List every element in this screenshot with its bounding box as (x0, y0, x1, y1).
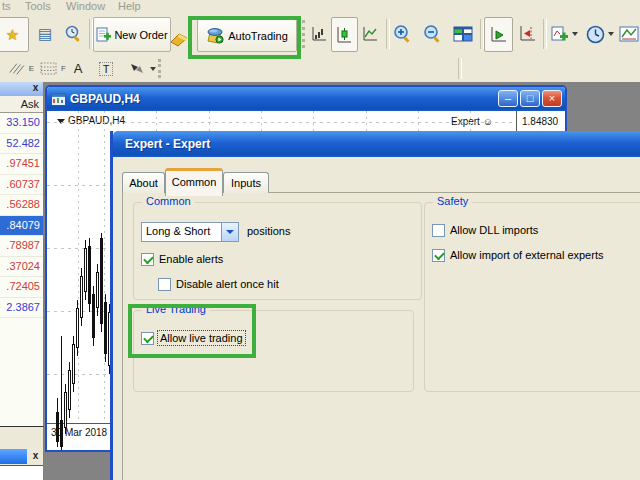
market-watch-panel: x Ask 33.15052.482.97451.60737.56288.840… (0, 82, 44, 427)
disable-alert-once-hit-label[interactable]: Disable alert once hit (176, 278, 279, 290)
market-watch-row[interactable]: .72405 (0, 277, 43, 298)
dialog-titlebar[interactable]: Expert - Expert (113, 131, 640, 157)
candle-body (56, 412, 59, 442)
enable-alerts-label[interactable]: Enable alerts (159, 253, 223, 265)
chart-maximize-button[interactable]: □ (520, 90, 540, 107)
navigator-titlebar[interactable]: x (0, 448, 43, 465)
text-label-tool-icon: T (99, 62, 114, 76)
market-watch-row[interactable]: .60737 (0, 175, 43, 196)
zoom-out-button[interactable] (421, 21, 445, 47)
chart-symbol-label: GBPAUD,H4 (57, 115, 125, 126)
menu-item-tools[interactable]: Tools (25, 0, 51, 12)
toolbar-separator (458, 58, 462, 79)
market-watch-row[interactable]: .37024 (0, 257, 43, 278)
tab-common[interactable]: Common (165, 168, 223, 196)
text-tool-icon: A (74, 61, 83, 76)
metaeditor-gold-icon (169, 30, 189, 48)
toolbar-standard: ★ ▤ New Order (0, 14, 640, 56)
tab-about[interactable]: About (122, 172, 165, 193)
line-chart-icon (362, 26, 379, 42)
positions-combobox-value: Long & Short (146, 225, 210, 237)
profiles-button[interactable]: ★ (0, 17, 29, 52)
text-tool-button[interactable]: A (68, 58, 88, 79)
indicators-dropdown-caret[interactable] (572, 32, 578, 36)
zoom-out-icon (423, 24, 443, 44)
common-group-title: Common (142, 195, 195, 207)
market-watch-rows: 33.15052.482.97451.60737.56288.84079.789… (0, 113, 43, 318)
positions-suffix-label: positions (247, 225, 290, 237)
disable-alert-once-hit-checkbox[interactable] (158, 278, 171, 291)
clock-icon (586, 25, 605, 44)
menu-item-window[interactable]: Window (66, 0, 105, 12)
market-watch-row[interactable]: 2.3867 (0, 298, 43, 319)
positions-combobox[interactable]: Long & Short (141, 222, 239, 242)
arrows-tool-button[interactable] (124, 58, 150, 79)
tab-inputs[interactable]: Inputs (223, 172, 269, 193)
combobox-dropdown-icon[interactable] (221, 223, 238, 241)
market-watch-icon: ▤ (38, 25, 52, 43)
letter-f-label: F (61, 64, 66, 73)
auto-scroll-button[interactable] (484, 17, 513, 52)
menu-item-charts-clipped[interactable]: ts (2, 0, 11, 12)
indicators-button[interactable] (547, 21, 571, 47)
menu-item-help[interactable]: Help (118, 0, 141, 12)
market-watch-titlebar[interactable]: x (0, 82, 43, 96)
chart-shift-button[interactable] (516, 21, 540, 47)
market-watch-close-icon[interactable]: x (30, 82, 41, 94)
fibo-grid-tool-button[interactable]: F (40, 58, 66, 79)
templates-button[interactable] (617, 21, 640, 47)
allow-dll-imports-label[interactable]: Allow DLL imports (450, 224, 538, 236)
allow-external-experts-checkbox[interactable] (432, 249, 445, 262)
allow-external-experts-label[interactable]: Allow import of external experts (450, 249, 603, 261)
magnifier-clock-icon (65, 25, 83, 43)
navigator-close-icon[interactable]: x (30, 450, 41, 462)
arrows-dropdown-caret[interactable] (150, 67, 156, 71)
allow-dll-imports-checkbox[interactable] (432, 224, 445, 237)
tile-windows-icon (453, 25, 473, 43)
market-watch-row[interactable]: .78987 (0, 236, 43, 257)
navigator-panel: x (0, 448, 44, 480)
toolbar-drag-handle[interactable] (158, 59, 164, 78)
horizontal-gridline (47, 122, 516, 123)
annotation-highlight-autotrading (188, 16, 301, 59)
expert-list-tool-button[interactable]: E (8, 58, 34, 79)
hatch-lines-icon (8, 61, 26, 77)
ask-column-header[interactable]: Ask (0, 96, 43, 113)
periods-dropdown-caret[interactable] (608, 32, 614, 36)
candle-body (96, 272, 99, 308)
zoom-in-button[interactable] (391, 21, 415, 47)
periods-button[interactable] (583, 21, 607, 47)
toolbar-separator (386, 19, 390, 49)
candle-body (80, 276, 83, 318)
candle-body (60, 420, 63, 447)
strategy-tester-button[interactable] (62, 22, 86, 46)
candle-body (100, 238, 103, 324)
annotation-highlight-live-trading (128, 304, 256, 358)
toolbar-line-studies: E F A T M1M5M15M30H1H4D1W1MN (0, 55, 640, 83)
line-chart-mode-button[interactable] (359, 22, 382, 46)
enable-alerts-checkbox[interactable] (141, 253, 154, 266)
new-order-button[interactable]: New Order (93, 17, 171, 52)
candlestick-mode-button[interactable] (331, 17, 358, 52)
chart-minimize-button[interactable]: – (498, 90, 518, 107)
candle-body (68, 370, 71, 410)
current-price-label: 1.84830 (522, 116, 558, 127)
market-watch-button[interactable]: ▤ (33, 22, 57, 46)
candle-body (84, 248, 87, 292)
market-watch-row[interactable]: .56288 (0, 195, 43, 216)
text-label-tool-button[interactable]: T (94, 58, 118, 79)
chart-window-titlebar[interactable]: GBPAUD,H4 – □ × (47, 87, 565, 111)
market-watch-row[interactable]: 33.150 (0, 113, 43, 134)
candle-body (76, 308, 79, 348)
navigator-content (0, 465, 43, 480)
tile-windows-button[interactable] (451, 21, 475, 47)
market-watch-row[interactable]: 52.482 (0, 134, 43, 155)
bar-chart-mode-button[interactable] (308, 22, 331, 46)
bar-chart-icon (311, 26, 328, 42)
chart-close-button[interactable]: × (542, 90, 562, 107)
market-watch-row[interactable]: .84079 (0, 216, 43, 237)
zoom-in-icon (393, 24, 413, 44)
metaeditor-button[interactable] (168, 28, 190, 50)
chart-shift-icon (519, 25, 537, 43)
market-watch-row[interactable]: .97451 (0, 154, 43, 175)
